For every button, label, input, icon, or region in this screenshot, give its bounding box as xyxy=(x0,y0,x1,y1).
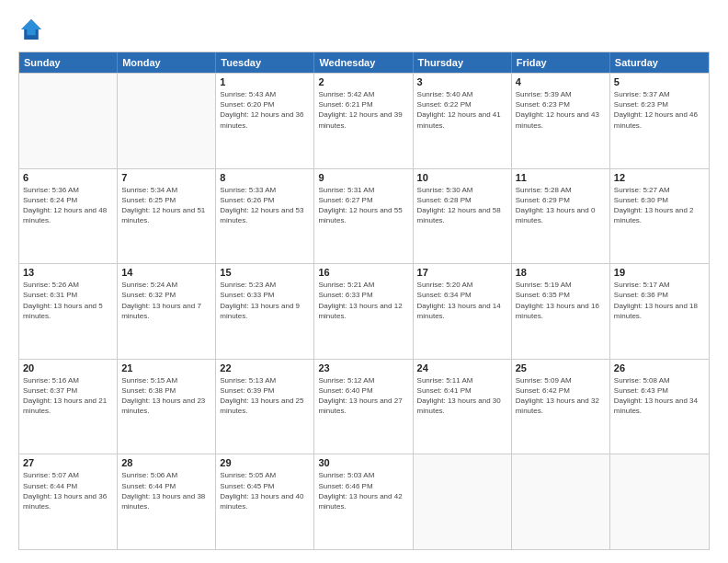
day-number: 23 xyxy=(318,362,408,373)
day-number: 1 xyxy=(220,76,310,87)
day-info: Sunrise: 5:39 AMSunset: 6:23 PMDaylight:… xyxy=(516,89,606,131)
calendar-cell xyxy=(414,454,512,549)
day-info: Sunrise: 5:33 AMSunset: 6:26 PMDaylight:… xyxy=(220,185,310,226)
calendar-cell: 18Sunrise: 5:19 AMSunset: 6:35 PMDayligh… xyxy=(512,264,610,359)
calendar-cell: 6Sunrise: 5:36 AMSunset: 6:24 PMDaylight… xyxy=(19,169,118,264)
calendar-cell: 5Sunrise: 5:37 AMSunset: 6:23 PMDaylight… xyxy=(610,74,709,168)
day-info: Sunrise: 5:36 AMSunset: 6:24 PMDaylight:… xyxy=(23,185,113,226)
day-info: Sunrise: 5:03 AMSunset: 6:46 PMDaylight:… xyxy=(318,470,408,511)
calendar-cell: 11Sunrise: 5:28 AMSunset: 6:29 PMDayligh… xyxy=(512,169,610,264)
day-number: 20 xyxy=(23,362,113,373)
calendar-cell: 15Sunrise: 5:23 AMSunset: 6:33 PMDayligh… xyxy=(216,264,314,359)
day-number: 19 xyxy=(614,267,705,278)
day-info: Sunrise: 5:30 AMSunset: 6:28 PMDaylight:… xyxy=(417,185,507,226)
day-number: 7 xyxy=(121,172,211,183)
calendar-cell: 1Sunrise: 5:43 AMSunset: 6:20 PMDaylight… xyxy=(216,74,314,168)
calendar-cell xyxy=(19,74,118,168)
day-number: 26 xyxy=(614,362,705,373)
calendar-week: 27Sunrise: 5:07 AMSunset: 6:44 PMDayligh… xyxy=(19,454,709,549)
calendar-cell: 21Sunrise: 5:15 AMSunset: 6:38 PMDayligh… xyxy=(118,360,216,454)
logo-icon xyxy=(18,17,44,42)
calendar-cell: 29Sunrise: 5:05 AMSunset: 6:45 PMDayligh… xyxy=(216,454,314,549)
calendar-cell: 8Sunrise: 5:33 AMSunset: 6:26 PMDaylight… xyxy=(216,169,314,264)
calendar-cell: 23Sunrise: 5:12 AMSunset: 6:40 PMDayligh… xyxy=(314,360,413,454)
calendar-cell: 10Sunrise: 5:30 AMSunset: 6:28 PMDayligh… xyxy=(414,169,512,264)
day-info: Sunrise: 5:31 AMSunset: 6:27 PMDaylight:… xyxy=(318,185,408,226)
day-number: 18 xyxy=(516,267,606,278)
day-info: Sunrise: 5:13 AMSunset: 6:39 PMDaylight:… xyxy=(220,375,310,417)
day-number: 28 xyxy=(121,457,211,468)
day-number: 9 xyxy=(318,172,408,183)
day-number: 14 xyxy=(121,267,211,278)
calendar-cell: 12Sunrise: 5:27 AMSunset: 6:30 PMDayligh… xyxy=(610,169,709,264)
weekday-header: Thursday xyxy=(414,52,512,73)
day-info: Sunrise: 5:28 AMSunset: 6:29 PMDaylight:… xyxy=(516,185,606,226)
calendar-cell: 27Sunrise: 5:07 AMSunset: 6:44 PMDayligh… xyxy=(19,454,118,549)
calendar-cell: 25Sunrise: 5:09 AMSunset: 6:42 PMDayligh… xyxy=(512,360,610,454)
day-number: 8 xyxy=(220,172,310,183)
day-info: Sunrise: 5:05 AMSunset: 6:45 PMDaylight:… xyxy=(220,470,310,511)
day-info: Sunrise: 5:43 AMSunset: 6:20 PMDaylight:… xyxy=(220,89,310,131)
day-number: 21 xyxy=(121,362,211,373)
day-number: 29 xyxy=(220,457,310,468)
weekday-header: Sunday xyxy=(19,52,118,73)
calendar-cell: 9Sunrise: 5:31 AMSunset: 6:27 PMDaylight… xyxy=(314,169,413,264)
calendar-week: 13Sunrise: 5:26 AMSunset: 6:31 PMDayligh… xyxy=(19,263,709,359)
calendar-body: 1Sunrise: 5:43 AMSunset: 6:20 PMDaylight… xyxy=(19,73,709,549)
day-info: Sunrise: 5:12 AMSunset: 6:40 PMDaylight:… xyxy=(318,375,408,417)
calendar-week: 6Sunrise: 5:36 AMSunset: 6:24 PMDaylight… xyxy=(19,168,709,264)
day-info: Sunrise: 5:26 AMSunset: 6:31 PMDaylight:… xyxy=(23,280,113,321)
day-number: 4 xyxy=(516,76,606,87)
calendar-week: 20Sunrise: 5:16 AMSunset: 6:37 PMDayligh… xyxy=(19,359,709,454)
day-info: Sunrise: 5:07 AMSunset: 6:44 PMDaylight:… xyxy=(23,470,113,511)
day-number: 11 xyxy=(516,172,606,183)
day-number: 2 xyxy=(318,76,408,87)
day-info: Sunrise: 5:06 AMSunset: 6:44 PMDaylight:… xyxy=(121,470,211,511)
day-info: Sunrise: 5:27 AMSunset: 6:30 PMDaylight:… xyxy=(614,185,705,226)
day-info: Sunrise: 5:11 AMSunset: 6:41 PMDaylight:… xyxy=(417,375,507,417)
calendar-header: SundayMondayTuesdayWednesdayThursdayFrid… xyxy=(19,52,709,73)
day-number: 16 xyxy=(318,267,408,278)
day-info: Sunrise: 5:34 AMSunset: 6:25 PMDaylight:… xyxy=(121,185,211,226)
day-info: Sunrise: 5:24 AMSunset: 6:32 PMDaylight:… xyxy=(121,280,211,321)
calendar-cell: 30Sunrise: 5:03 AMSunset: 6:46 PMDayligh… xyxy=(314,454,413,549)
weekday-header: Tuesday xyxy=(216,52,314,73)
day-number: 6 xyxy=(23,172,113,183)
calendar-cell xyxy=(610,454,709,549)
day-number: 25 xyxy=(516,362,606,373)
weekday-header: Friday xyxy=(512,52,610,73)
header xyxy=(18,17,710,42)
day-number: 24 xyxy=(417,362,507,373)
day-number: 30 xyxy=(318,457,408,468)
calendar-cell: 19Sunrise: 5:17 AMSunset: 6:36 PMDayligh… xyxy=(610,264,709,359)
day-info: Sunrise: 5:20 AMSunset: 6:34 PMDaylight:… xyxy=(417,280,507,321)
calendar-cell xyxy=(512,454,610,549)
day-info: Sunrise: 5:40 AMSunset: 6:22 PMDaylight:… xyxy=(417,89,507,131)
calendar-cell: 26Sunrise: 5:08 AMSunset: 6:43 PMDayligh… xyxy=(610,360,709,454)
day-number: 27 xyxy=(23,457,113,468)
calendar-cell: 24Sunrise: 5:11 AMSunset: 6:41 PMDayligh… xyxy=(414,360,512,454)
weekday-header: Wednesday xyxy=(314,52,413,73)
calendar-cell: 16Sunrise: 5:21 AMSunset: 6:33 PMDayligh… xyxy=(314,264,413,359)
calendar-cell: 14Sunrise: 5:24 AMSunset: 6:32 PMDayligh… xyxy=(118,264,216,359)
day-number: 12 xyxy=(614,172,705,183)
day-number: 3 xyxy=(417,76,507,87)
day-number: 13 xyxy=(23,267,113,278)
calendar-cell: 22Sunrise: 5:13 AMSunset: 6:39 PMDayligh… xyxy=(216,360,314,454)
day-number: 10 xyxy=(417,172,507,183)
day-info: Sunrise: 5:08 AMSunset: 6:43 PMDaylight:… xyxy=(614,375,705,417)
calendar-cell: 3Sunrise: 5:40 AMSunset: 6:22 PMDaylight… xyxy=(414,74,512,168)
day-info: Sunrise: 5:21 AMSunset: 6:33 PMDaylight:… xyxy=(318,280,408,321)
day-info: Sunrise: 5:15 AMSunset: 6:38 PMDaylight:… xyxy=(121,375,211,417)
day-info: Sunrise: 5:16 AMSunset: 6:37 PMDaylight:… xyxy=(23,375,113,417)
day-info: Sunrise: 5:19 AMSunset: 6:35 PMDaylight:… xyxy=(516,280,606,321)
calendar-cell: 4Sunrise: 5:39 AMSunset: 6:23 PMDaylight… xyxy=(512,74,610,168)
day-number: 5 xyxy=(614,76,705,87)
calendar-cell: 7Sunrise: 5:34 AMSunset: 6:25 PMDaylight… xyxy=(118,169,216,264)
day-info: Sunrise: 5:37 AMSunset: 6:23 PMDaylight:… xyxy=(614,89,705,131)
calendar-week: 1Sunrise: 5:43 AMSunset: 6:20 PMDaylight… xyxy=(19,73,709,168)
day-number: 22 xyxy=(220,362,310,373)
calendar-cell: 20Sunrise: 5:16 AMSunset: 6:37 PMDayligh… xyxy=(19,360,118,454)
day-number: 17 xyxy=(417,267,507,278)
calendar-cell: 28Sunrise: 5:06 AMSunset: 6:44 PMDayligh… xyxy=(118,454,216,549)
